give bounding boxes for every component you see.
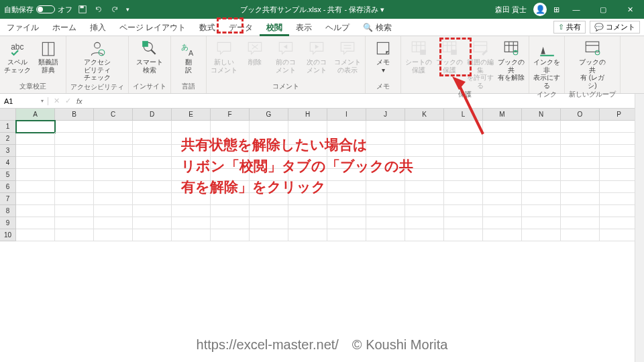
- cell[interactable]: [444, 169, 483, 181]
- column-header[interactable]: H: [288, 109, 327, 121]
- row-header[interactable]: 7: [0, 193, 16, 205]
- ribbon-display-icon[interactable]: ⊞: [553, 5, 559, 14]
- cell[interactable]: [483, 229, 522, 241]
- save-icon[interactable]: [78, 5, 87, 14]
- column-header[interactable]: N: [522, 109, 561, 121]
- cell[interactable]: [405, 229, 444, 241]
- row-header[interactable]: 9: [0, 217, 16, 229]
- cell[interactable]: [133, 229, 172, 241]
- cell[interactable]: [16, 169, 55, 181]
- cell[interactable]: [561, 193, 600, 205]
- avatar[interactable]: 👤: [533, 3, 547, 16]
- hide-ink-button[interactable]: インクを非表示にする: [533, 38, 560, 89]
- close-button[interactable]: ✕: [620, 5, 640, 14]
- column-header[interactable]: O: [561, 109, 600, 121]
- cell[interactable]: [561, 121, 600, 133]
- notes-button[interactable]: メモ▾: [370, 38, 396, 74]
- cell[interactable]: [522, 217, 561, 229]
- cell[interactable]: [327, 121, 366, 133]
- cell[interactable]: [250, 205, 288, 217]
- cell[interactable]: [405, 217, 444, 229]
- cell[interactable]: [522, 121, 561, 133]
- cell[interactable]: [522, 229, 561, 241]
- cell[interactable]: [133, 205, 172, 217]
- column-header[interactable]: C: [94, 109, 133, 121]
- cell[interactable]: [600, 121, 639, 133]
- tab-🔍 検索[interactable]: 🔍 検索: [356, 19, 398, 36]
- cell[interactable]: [561, 157, 600, 169]
- name-box[interactable]: A1▾: [0, 97, 48, 105]
- cell[interactable]: [327, 217, 366, 229]
- column-header[interactable]: P: [600, 109, 639, 121]
- cell[interactable]: [133, 121, 172, 133]
- cell[interactable]: [94, 133, 133, 145]
- cell[interactable]: [94, 229, 133, 241]
- cell[interactable]: [405, 205, 444, 217]
- cell[interactable]: [600, 229, 639, 241]
- cell[interactable]: [561, 217, 600, 229]
- cell[interactable]: [444, 133, 483, 145]
- tab-挿入[interactable]: 挿入: [83, 19, 113, 36]
- cell[interactable]: [133, 133, 172, 145]
- cell[interactable]: [55, 193, 94, 205]
- cell[interactable]: [133, 169, 172, 181]
- column-header[interactable]: K: [405, 109, 444, 121]
- fx-icon[interactable]: fx: [76, 97, 83, 105]
- share-button[interactable]: ⇧共有: [553, 21, 586, 34]
- comments-button[interactable]: 💬コメント: [590, 21, 640, 34]
- vertical-scrollbar[interactable]: [635, 94, 644, 362]
- cell[interactable]: [561, 133, 600, 145]
- column-header[interactable]: J: [366, 109, 405, 121]
- cell[interactable]: [600, 145, 639, 157]
- cell[interactable]: [561, 145, 600, 157]
- cell[interactable]: [211, 229, 250, 241]
- cell[interactable]: [522, 157, 561, 169]
- cell[interactable]: [483, 169, 522, 181]
- cell[interactable]: [55, 133, 94, 145]
- cell[interactable]: [94, 145, 133, 157]
- cell[interactable]: [16, 145, 55, 157]
- row-header[interactable]: 10: [0, 229, 16, 241]
- cell[interactable]: [444, 157, 483, 169]
- minimize-button[interactable]: —: [566, 5, 586, 13]
- cell[interactable]: [94, 205, 133, 217]
- cell[interactable]: [250, 121, 288, 133]
- cell[interactable]: [16, 205, 55, 217]
- tab-ページ レイアウト[interactable]: ページ レイアウト: [113, 19, 193, 36]
- tab-表示[interactable]: 表示: [289, 19, 319, 36]
- cell[interactable]: [172, 121, 211, 133]
- cancel-icon[interactable]: ✕: [54, 97, 60, 105]
- cell[interactable]: [16, 193, 55, 205]
- cell[interactable]: [211, 121, 250, 133]
- column-header[interactable]: D: [133, 109, 172, 121]
- column-header[interactable]: A: [16, 109, 55, 121]
- cell[interactable]: [522, 145, 561, 157]
- select-all-corner[interactable]: [0, 109, 16, 121]
- row-header[interactable]: 6: [0, 181, 16, 193]
- cell[interactable]: [94, 217, 133, 229]
- cell[interactable]: [55, 229, 94, 241]
- tab-データ[interactable]: データ: [222, 19, 260, 36]
- cell[interactable]: [600, 169, 639, 181]
- row-header[interactable]: 2: [0, 133, 16, 145]
- cell[interactable]: [133, 193, 172, 205]
- cell[interactable]: [483, 205, 522, 217]
- cell[interactable]: [172, 229, 211, 241]
- autosave-toggle[interactable]: 自動保存 オフ: [4, 5, 72, 15]
- row-header[interactable]: 3: [0, 145, 16, 157]
- cell[interactable]: [366, 121, 405, 133]
- smart-lookup-button[interactable]: スマート検索: [136, 38, 163, 74]
- cell[interactable]: [94, 157, 133, 169]
- cell[interactable]: [600, 181, 639, 193]
- cell[interactable]: [327, 205, 366, 217]
- cell[interactable]: [55, 217, 94, 229]
- cell[interactable]: [483, 193, 522, 205]
- share-workbook-legacy-button[interactable]: ブックの共有 (レガシ): [579, 38, 606, 89]
- row-header[interactable]: 5: [0, 169, 16, 181]
- cell[interactable]: [133, 181, 172, 193]
- cell[interactable]: [250, 217, 288, 229]
- cell[interactable]: [55, 157, 94, 169]
- cell[interactable]: [444, 217, 483, 229]
- cell[interactable]: [16, 229, 55, 241]
- maximize-button[interactable]: ▢: [593, 5, 613, 14]
